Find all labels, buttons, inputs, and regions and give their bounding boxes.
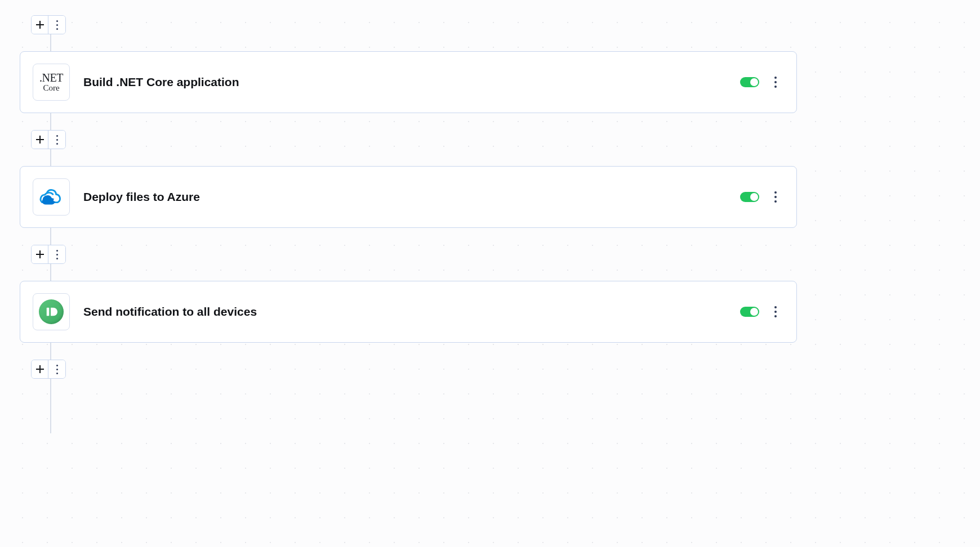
more-vertical-icon xyxy=(52,250,62,259)
plus-icon xyxy=(36,250,44,258)
step-options-button[interactable] xyxy=(48,131,65,149)
pipeline-canvas: .NET Core Build .NET Core application xyxy=(0,0,817,456)
dotnet-text-1: .NET xyxy=(39,72,63,83)
pipeline-flow: .NET Core Build .NET Core application xyxy=(20,11,797,379)
pipeline-step-deploy-azure[interactable]: Deploy files to Azure xyxy=(20,166,797,228)
step-menu-button[interactable] xyxy=(770,191,781,203)
add-step-button[interactable] xyxy=(32,245,48,263)
step-options-button[interactable] xyxy=(48,16,65,34)
step-menu-button[interactable] xyxy=(770,77,781,88)
add-step-button[interactable] xyxy=(32,360,48,378)
step-options-button[interactable] xyxy=(48,360,65,378)
add-step-button[interactable] xyxy=(32,131,48,149)
pipeline-step-title: Send notification to all devices xyxy=(83,305,740,319)
azure-icon xyxy=(33,178,70,216)
dotnet-core-icon: .NET Core xyxy=(33,64,70,101)
pipeline-step-title: Build .NET Core application xyxy=(83,75,740,89)
step-enabled-toggle[interactable] xyxy=(740,307,759,317)
pushbullet-icon xyxy=(33,293,70,330)
more-vertical-icon xyxy=(52,135,62,145)
svg-rect-1 xyxy=(47,308,50,316)
plus-icon xyxy=(36,21,44,29)
plus-icon xyxy=(36,136,44,144)
add-step-button[interactable] xyxy=(32,16,48,34)
step-insert-actions-0 xyxy=(31,15,66,34)
step-enabled-toggle[interactable] xyxy=(740,77,759,87)
step-insert-actions-3 xyxy=(31,360,66,379)
plus-icon xyxy=(36,365,44,373)
dotnet-text-2: Core xyxy=(39,84,63,92)
svg-point-0 xyxy=(54,199,56,201)
step-options-button[interactable] xyxy=(48,245,65,263)
pipeline-step-title: Deploy files to Azure xyxy=(83,190,740,204)
more-vertical-icon xyxy=(52,20,62,30)
pipeline-step-send-push[interactable]: Send notification to all devices xyxy=(20,281,797,343)
step-menu-button[interactable] xyxy=(770,306,781,317)
step-enabled-toggle[interactable] xyxy=(740,192,759,202)
step-insert-actions-2 xyxy=(31,245,66,264)
step-insert-actions-1 xyxy=(31,130,66,149)
pipeline-step-build-dotnet[interactable]: .NET Core Build .NET Core application xyxy=(20,51,797,113)
more-vertical-icon xyxy=(52,365,62,374)
